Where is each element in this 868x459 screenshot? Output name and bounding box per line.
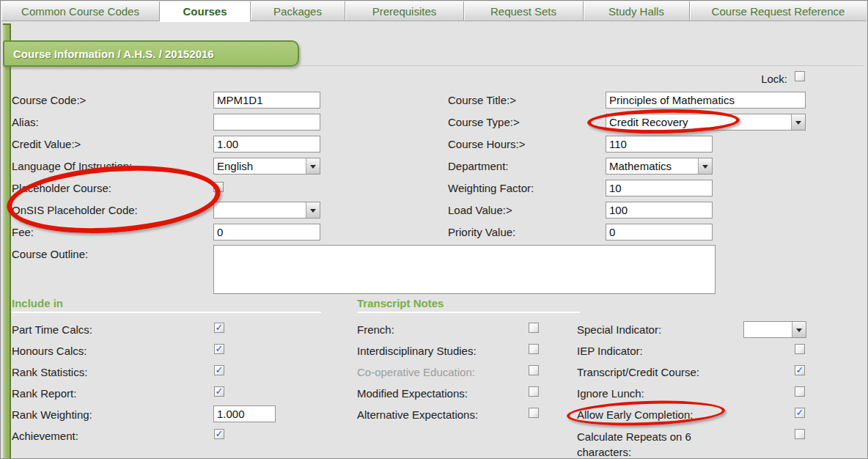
lock-checkbox[interactable] — [795, 71, 805, 81]
chevron-down-icon[interactable] — [792, 322, 806, 337]
course-type-value: Credit Recovery — [606, 114, 791, 130]
department-label: Department: — [448, 160, 509, 172]
achievement-checkbox[interactable]: ✓ — [214, 429, 224, 439]
course-outline-textarea[interactable] — [213, 245, 716, 294]
tab-common-course-codes[interactable]: Common Course Codes — [1, 1, 160, 21]
french-label: French: — [357, 323, 394, 336]
course-type-label: Course Type:> — [448, 116, 520, 128]
priority-value-input[interactable] — [606, 224, 713, 240]
rank-statistics-checkbox[interactable]: ✓ — [214, 365, 224, 375]
honours-calcs-label: Honours Calcs: — [12, 345, 87, 357]
course-code-input[interactable] — [213, 92, 320, 109]
iep-indicator-checkbox[interactable] — [795, 344, 805, 354]
chevron-down-icon[interactable] — [698, 158, 712, 174]
tab-bar: Common Course Codes Courses Packages Pre… — [1, 1, 867, 21]
course-hours-label: Course Hours:> — [448, 138, 525, 150]
department-value: Mathematics — [606, 158, 698, 174]
course-outline-label: Course Outline: — [12, 248, 88, 260]
fee-input[interactable] — [213, 224, 320, 240]
dropdown-arrow-icon — [310, 209, 316, 216]
alias-label: Alias: — [12, 116, 39, 128]
allow-early-completion-checkbox[interactable]: ✓ — [795, 408, 805, 418]
rank-statistics-label: Rank Statistics: — [12, 366, 87, 378]
lock-label: Lock: — [734, 73, 787, 85]
credit-value-input[interactable] — [213, 136, 320, 153]
placeholder-course-label: Placeholder Course: — [12, 182, 111, 194]
department-select[interactable]: Mathematics — [606, 158, 713, 175]
onsis-placeholder-code-value — [214, 202, 306, 218]
rank-weighting-input[interactable] — [213, 405, 276, 422]
load-value-label: Load Value:> — [448, 204, 512, 216]
page-title: Course Information / A.H.S. / 20152016 — [3, 40, 299, 67]
tab-study-halls[interactable]: Study Halls — [584, 1, 690, 21]
onsis-placeholder-code-label: OnSIS Placeholder Code: — [12, 204, 138, 216]
transcript-credit-course-checkbox[interactable]: ✓ — [795, 365, 805, 375]
french-checkbox[interactable] — [529, 323, 539, 333]
honours-calcs-checkbox[interactable]: ✓ — [214, 344, 224, 354]
rank-report-checkbox[interactable]: ✓ — [214, 386, 224, 397]
rank-report-label: Rank Report: — [12, 387, 76, 400]
tab-request-sets[interactable]: Request Sets — [464, 1, 584, 21]
interdisciplinary-studies-label: Interdisciplinary Studies: — [357, 345, 477, 357]
modified-expectations-label: Modified Expectations: — [357, 387, 468, 400]
left-accent-bar — [3, 23, 11, 458]
cooperative-education-checkbox — [529, 365, 539, 375]
include-in-heading: Include in — [12, 297, 63, 309]
ignore-lunch-checkbox[interactable] — [795, 386, 805, 397]
credit-value-label: Credit Value:> — [12, 138, 81, 150]
calculate-repeats-checkbox[interactable] — [795, 429, 805, 439]
tab-prerequisites[interactable]: Prerequisites — [345, 1, 464, 21]
header-divider — [299, 65, 864, 66]
special-indicator-value — [744, 322, 792, 337]
load-value-input[interactable] — [606, 202, 713, 219]
include-in-rule — [12, 312, 321, 313]
chevron-down-icon[interactable] — [306, 202, 320, 218]
dropdown-arrow-icon — [702, 165, 708, 172]
dropdown-arrow-icon — [795, 121, 801, 128]
transcript-notes-heading: Transcript Notes — [357, 297, 444, 309]
dropdown-arrow-icon — [796, 328, 802, 335]
iep-indicator-label: IEP Indicator: — [577, 345, 643, 357]
priority-value-label: Priority Value: — [448, 226, 515, 238]
course-information-screen: Common Course Codes Courses Packages Pre… — [0, 0, 868, 459]
weighting-factor-label: Weighting Factor: — [448, 182, 534, 194]
language-of-instruction-label: Language Of Instruction: — [12, 160, 132, 172]
course-code-label: Course Code:> — [12, 94, 86, 106]
language-of-instruction-select[interactable]: English — [213, 158, 320, 175]
rank-weighting-label: Rank Weighting: — [12, 408, 92, 421]
chevron-down-icon[interactable] — [791, 114, 805, 130]
chevron-down-icon[interactable] — [306, 158, 320, 174]
transcript-notes-rule — [357, 312, 580, 313]
ignore-lunch-label: Ignore Lunch: — [577, 387, 644, 400]
placeholder-course-checkbox[interactable] — [213, 182, 224, 192]
course-title-label: Course Title:> — [448, 94, 516, 106]
calculate-repeats-label: Calculate Repeats on 6 characters: — [577, 429, 724, 459]
achievement-label: Achievement: — [12, 430, 78, 442]
course-type-select[interactable]: Credit Recovery — [606, 114, 806, 131]
modified-expectations-checkbox[interactable] — [529, 386, 539, 397]
special-indicator-select[interactable] — [743, 321, 806, 338]
cooperative-education-label: Co-operative Education: — [357, 366, 475, 378]
part-time-calcs-label: Part Time Calcs: — [12, 323, 92, 336]
language-of-instruction-value: English — [214, 158, 306, 174]
tab-courses[interactable]: Courses — [160, 1, 251, 22]
tab-packages[interactable]: Packages — [251, 1, 345, 21]
alias-input[interactable] — [213, 114, 320, 131]
transcript-credit-course-label: Transcript/Credit Course: — [577, 366, 699, 378]
tab-course-request-reference[interactable]: Course Request Reference — [690, 1, 867, 21]
part-time-calcs-checkbox[interactable]: ✓ — [214, 323, 224, 333]
weighting-factor-input[interactable] — [606, 180, 713, 197]
course-hours-input[interactable] — [606, 136, 713, 153]
onsis-placeholder-code-select[interactable] — [213, 202, 320, 219]
dropdown-arrow-icon — [310, 165, 316, 172]
fee-label: Fee: — [12, 226, 34, 238]
alternative-expectations-checkbox[interactable] — [529, 408, 539, 418]
special-indicator-label: Special Indicator: — [577, 323, 661, 336]
course-title-input[interactable] — [606, 92, 806, 109]
allow-early-completion-label: Allow Early Completion: — [577, 408, 693, 421]
interdisciplinary-studies-checkbox[interactable] — [529, 344, 539, 354]
alternative-expectations-label: Alternative Expectations: — [357, 408, 478, 421]
